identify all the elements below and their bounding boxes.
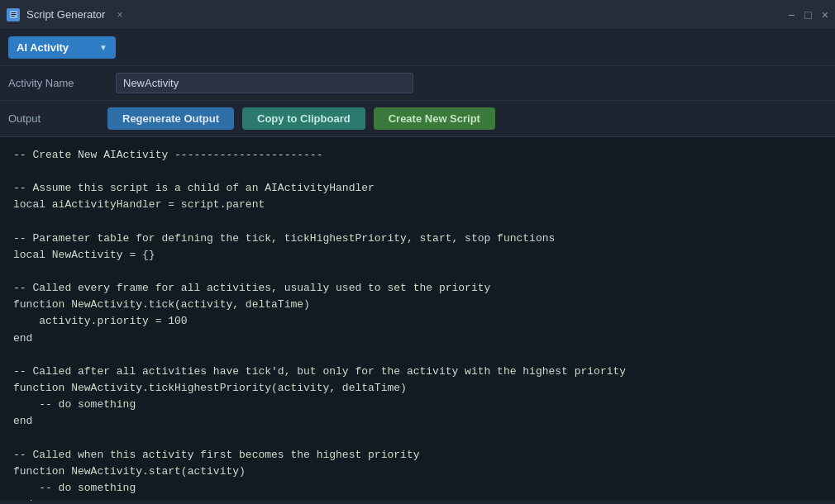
chevron-down-icon: ▼ <box>99 43 107 52</box>
close-window-button[interactable]: × <box>822 9 828 21</box>
output-row: Output Regenerate Output Copy to Clipboa… <box>0 101 835 137</box>
toolbar: AI Activity ▼ <box>0 30 835 66</box>
activity-type-dropdown[interactable]: AI Activity ▼ <box>8 36 116 59</box>
svg-rect-1 <box>11 12 16 13</box>
window-controls: − □ × <box>788 9 828 21</box>
copy-to-clipboard-button[interactable]: Copy to Clipboard <box>242 107 365 130</box>
title-bar-left: Script Generator × <box>7 8 122 21</box>
title-bar: Script Generator × − □ × <box>0 0 835 30</box>
activity-name-label: Activity Name <box>8 77 99 89</box>
regenerate-output-button[interactable]: Regenerate Output <box>107 107 234 130</box>
svg-rect-3 <box>11 16 14 17</box>
code-content: -- Create New AIActivity ---------------… <box>13 147 822 501</box>
maximize-button[interactable]: □ <box>804 9 811 21</box>
window-title: Script Generator <box>26 8 105 21</box>
output-label: Output <box>8 112 99 125</box>
tab-close-button[interactable]: × <box>117 9 122 21</box>
activity-name-input[interactable] <box>116 73 413 93</box>
code-output-area: -- Create New AIActivity ---------------… <box>0 137 835 501</box>
minimize-button[interactable]: − <box>788 9 794 21</box>
create-new-script-button[interactable]: Create New Script <box>374 107 495 130</box>
script-icon <box>7 8 20 21</box>
dropdown-selected-label: AI Activity <box>17 41 69 54</box>
svg-rect-2 <box>11 14 16 15</box>
activity-name-row: Activity Name <box>0 66 835 101</box>
